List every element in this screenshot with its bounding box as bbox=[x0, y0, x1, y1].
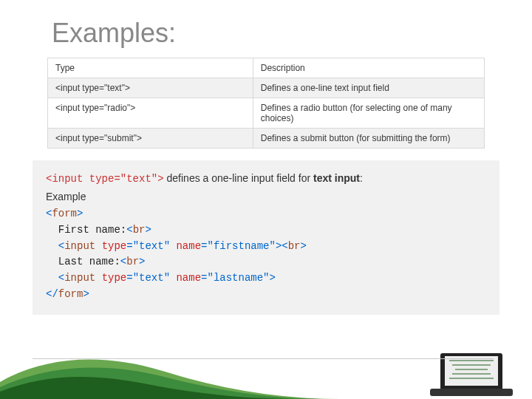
table-cell-type: <input type="radio"> bbox=[48, 98, 253, 129]
svg-rect-2 bbox=[430, 389, 513, 396]
page-title: Examples: bbox=[0, 0, 532, 58]
table-row: <input type="radio"> Defines a radio but… bbox=[48, 98, 485, 129]
svg-rect-1 bbox=[445, 356, 498, 386]
table-row: <input type="submit"> Defines a submit b… bbox=[48, 129, 485, 149]
table-cell-desc: Defines a submit button (for submitting … bbox=[253, 129, 484, 149]
table-cell-type: <input type="submit"> bbox=[48, 129, 253, 149]
table-cell-desc: Defines a radio button (for selecting on… bbox=[253, 98, 484, 129]
table-header-type: Type bbox=[48, 58, 253, 78]
table-cell-desc: Defines a one-line text input field bbox=[253, 78, 484, 98]
examples-table: Type Description <input type="text"> Def… bbox=[47, 58, 485, 149]
divider-line bbox=[33, 358, 494, 359]
svg-rect-0 bbox=[440, 353, 502, 390]
code-example-box: <input type="text"> defines a one-line i… bbox=[33, 160, 499, 315]
table-cell-type: <input type="text"> bbox=[48, 78, 253, 98]
intro-code-fragment: <input type="text"> bbox=[46, 173, 164, 185]
example-intro: <input type="text"> defines a one-line i… bbox=[46, 171, 486, 188]
code-block: <form> First name:<br> <input type="text… bbox=[46, 206, 486, 302]
slide-decoration bbox=[0, 341, 532, 399]
laptop-icon bbox=[430, 353, 513, 396]
green-wave-icon bbox=[0, 341, 532, 399]
example-label: Example bbox=[46, 189, 486, 205]
table-row: <input type="text"> Defines a one-line t… bbox=[48, 78, 485, 98]
table-header-description: Description bbox=[253, 58, 484, 78]
